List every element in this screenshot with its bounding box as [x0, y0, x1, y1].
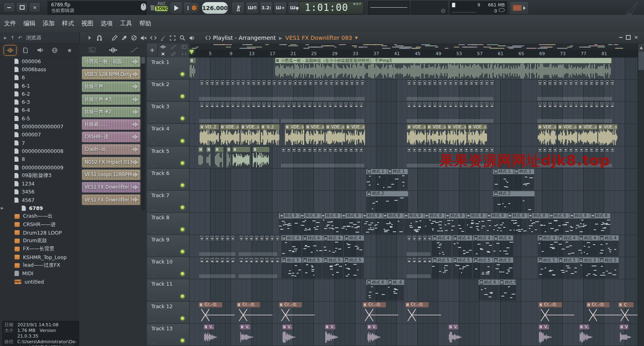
- pattern-mini-clip[interactable]: [594, 80, 599, 86]
- pattern-mini-clip[interactable]: [297, 102, 301, 108]
- playhead-marker[interactable]: [189, 50, 194, 54]
- browser-item[interactable]: 0000000000008: [0, 147, 76, 155]
- pattern-mini-clip[interactable]: [589, 102, 594, 108]
- track-lane[interactable]: [189, 80, 638, 101]
- minimize-button[interactable]: [3, 2, 15, 12]
- pattern-mini-clip[interactable]: [359, 147, 363, 152]
- track-options-dots[interactable]: ...: [151, 163, 156, 167]
- pattern-clip[interactable]: 样式 4: [302, 235, 322, 256]
- pattern-clip-group[interactable]: [538, 80, 612, 101]
- pattern-mini-clip[interactable]: [464, 102, 469, 108]
- browser-item[interactable]: 6-4: [0, 106, 76, 114]
- track-options-dots[interactable]: ...: [151, 96, 156, 100]
- clip-source-item[interactable]: 抗狼干声 #2: [82, 107, 140, 117]
- pattern-clip[interactable]: 样式 5: [599, 257, 619, 278]
- track-options-dots[interactable]: ...: [151, 251, 156, 255]
- track-header[interactable]: Track 1...: [147, 58, 190, 79]
- pattern-mini-clip[interactable]: [350, 80, 354, 86]
- arrangement-picker-icon[interactable]: [203, 34, 213, 42]
- pattern-clip[interactable]: 样式 5: [281, 257, 301, 278]
- pattern-mini-clip[interactable]: [275, 257, 280, 263]
- time-display[interactable]: 1:01:00 B:S:T: [299, 1, 364, 14]
- pattern-mini-clip[interactable]: [246, 102, 251, 108]
- pattern-clip-group[interactable]: [407, 235, 431, 257]
- pattern-mini-clip[interactable]: [464, 80, 469, 86]
- track-led[interactable]: [181, 72, 184, 76]
- pattern-mini-clip[interactable]: [239, 235, 244, 241]
- pattern-mini-clip[interactable]: [433, 80, 437, 86]
- pattern-mini-clip[interactable]: [469, 102, 474, 108]
- pattern-mini-clip[interactable]: [412, 147, 417, 152]
- clip-list-scrollbar[interactable]: [141, 57, 145, 210]
- pattern-mini-clip[interactable]: [344, 147, 348, 152]
- track-options-dots[interactable]: ...: [151, 185, 156, 189]
- track-lane[interactable]: 样式 6样..6样式 6样式 6: [189, 279, 638, 301]
- pattern-clip[interactable]: 样式 1: [387, 169, 408, 190]
- pattern-mini-clip[interactable]: [433, 102, 437, 108]
- draw-tool-icon[interactable]: [110, 34, 120, 42]
- pattern-clip[interactable]: 样式 4: [558, 235, 578, 256]
- current-clip-name[interactable]: VES1 FX Downlifter 083: [285, 35, 352, 41]
- pattern-clip[interactable]: 样式 4: [432, 235, 452, 256]
- audio-clip[interactable]: VD..2: [200, 124, 219, 145]
- clip-source-item[interactable]: VES1 FX Downlifter 0..: [82, 194, 140, 205]
- pattern-mini-clip[interactable]: [329, 80, 334, 86]
- pattern-mini-clip[interactable]: [339, 102, 343, 108]
- crash-audio-clip[interactable]: Cr..-出: [279, 302, 316, 323]
- pattern-mini-clip[interactable]: [584, 80, 588, 86]
- track-header[interactable]: Track 4...: [147, 124, 190, 146]
- pattern-clip-group[interactable]: [200, 257, 236, 279]
- pattern-mini-clip[interactable]: [318, 102, 322, 108]
- pattern-clip[interactable]: 样式 8: [279, 213, 299, 234]
- pattern-mini-clip[interactable]: [270, 257, 275, 263]
- pattern-mini-clip[interactable]: [407, 147, 411, 152]
- pattern-mini-clip[interactable]: [220, 257, 225, 263]
- pattern-mini-clip[interactable]: [231, 257, 235, 263]
- pattern-mini-clip[interactable]: [594, 102, 599, 108]
- clip-source-item[interactable]: CRSHR--进: [82, 132, 140, 142]
- pattern-mini-clip[interactable]: [610, 102, 615, 108]
- pattern-clip[interactable]: 样式 8: [320, 213, 341, 234]
- metronome-button[interactable]: [231, 2, 245, 14]
- pattern-mini-clip[interactable]: [265, 235, 269, 241]
- browser-item[interactable]: 000006: [0, 57, 76, 65]
- pattern-clip[interactable]: 样式 8: [549, 213, 569, 234]
- pattern-mini-clip[interactable]: [262, 80, 266, 86]
- pattern-mini-clip[interactable]: [423, 235, 427, 241]
- track-lane[interactable]: 样式 2样式 2: [189, 191, 638, 212]
- track-lane[interactable]: VD..2VDE..s 2VDE..s 2V..2VDE..s 2VDE..s …: [189, 124, 638, 146]
- paint-tool-icon[interactable]: [120, 34, 129, 42]
- pattern-mini-clip[interactable]: [210, 80, 215, 86]
- browser-up-icon[interactable]: ↑: [10, 35, 14, 41]
- pattern-mini-clip[interactable]: [610, 80, 615, 86]
- audio-clip[interactable]: VDE..s 2: [285, 124, 304, 145]
- track-led[interactable]: [181, 161, 184, 165]
- pattern-mini-clip[interactable]: [600, 80, 604, 86]
- browser-menu-arrow-icon[interactable]: ▶: [4, 36, 7, 40]
- pattern-clip[interactable]: 样式 8: [507, 213, 528, 234]
- pattern-mini-clip[interactable]: [543, 80, 547, 86]
- pattern-mini-clip[interactable]: [548, 102, 552, 108]
- close-button[interactable]: ×: [29, 2, 41, 12]
- browser-item[interactable]: 1234: [0, 179, 76, 187]
- pattern-mini-clip[interactable]: [287, 102, 291, 108]
- language-flag-button[interactable]: [510, 1, 529, 14]
- crash-audio-clip[interactable]: Cr..-出: [586, 302, 624, 323]
- pattern-clip[interactable]: 样式 5: [473, 257, 493, 278]
- browser-item[interactable]: 6-3: [0, 98, 76, 106]
- pattern-mini-clip[interactable]: [490, 80, 494, 86]
- track-options-dots[interactable]: ...: [151, 340, 156, 344]
- pattern-mini-clip[interactable]: [538, 102, 542, 108]
- track-options-dots[interactable]: ...: [151, 274, 156, 278]
- audio-clip[interactable]: 小西瓜一枚 - 花园种花（在小小的花园里面挖呀挖） 干声mp3: [275, 58, 611, 79]
- pattern-clip[interactable]: 样式 8: [569, 213, 590, 234]
- pattern-mini-clip[interactable]: [574, 80, 578, 86]
- pattern-mini-clip[interactable]: [423, 102, 427, 108]
- track-header[interactable]: Track 13...: [147, 324, 190, 346]
- wait-for-input-button[interactable]: Ш⏱: [246, 2, 259, 14]
- track-lane[interactable]: 样式 5样式 5样式 5样式 5样式 5样式 5样式 5样式 5样式 5样式 5…: [189, 257, 638, 279]
- track-led[interactable]: [181, 228, 184, 231]
- pattern-mini-clip[interactable]: [334, 80, 339, 86]
- pattern-clip[interactable]: 样式 1: [514, 169, 534, 190]
- pattern-mini-clip[interactable]: [254, 257, 259, 263]
